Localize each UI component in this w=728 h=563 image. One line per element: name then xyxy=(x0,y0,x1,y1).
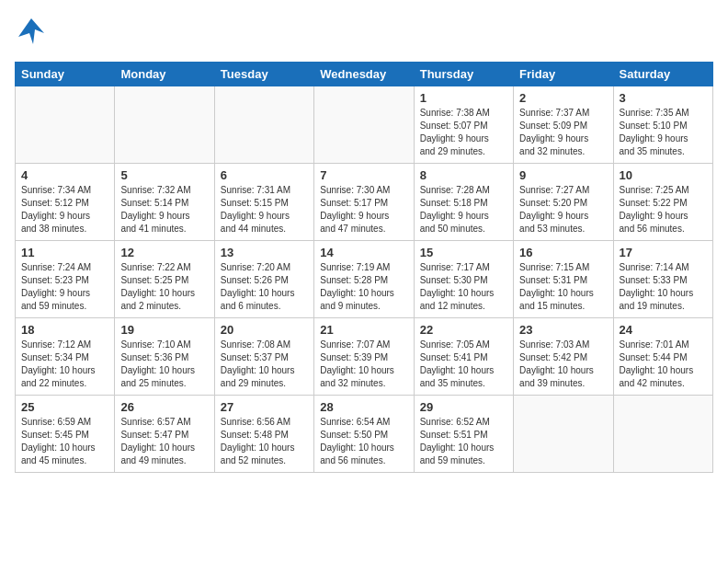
calendar-cell: 15Sunrise: 7:17 AM Sunset: 5:30 PM Dayli… xyxy=(414,241,513,318)
day-number: 10 xyxy=(620,168,707,182)
calendar-cell xyxy=(16,86,115,164)
calendar-cell: 9Sunrise: 7:27 AM Sunset: 5:20 PM Daylig… xyxy=(514,164,613,241)
day-info: Sunrise: 7:15 AM Sunset: 5:31 PM Dayligh… xyxy=(519,261,607,313)
weekday-header-wednesday: Wednesday xyxy=(314,63,414,86)
calendar-table: SundayMondayTuesdayWednesdayThursdayFrid… xyxy=(15,62,713,473)
calendar-cell: 28Sunrise: 6:54 AM Sunset: 5:50 PM Dayli… xyxy=(314,396,414,473)
day-number: 8 xyxy=(420,168,507,182)
calendar-week-row: 4Sunrise: 7:34 AM Sunset: 5:12 PM Daylig… xyxy=(16,164,713,241)
calendar-week-row: 1Sunrise: 7:38 AM Sunset: 5:07 PM Daylig… xyxy=(16,86,713,164)
calendar-cell: 2Sunrise: 7:37 AM Sunset: 5:09 PM Daylig… xyxy=(514,86,613,164)
calendar-cell: 26Sunrise: 6:57 AM Sunset: 5:47 PM Dayli… xyxy=(115,396,214,473)
calendar-cell xyxy=(314,86,414,164)
day-info: Sunrise: 7:05 AM Sunset: 5:41 PM Dayligh… xyxy=(420,339,507,390)
calendar-cell xyxy=(613,396,712,473)
day-info: Sunrise: 7:08 AM Sunset: 5:37 PM Dayligh… xyxy=(221,339,308,390)
day-info: Sunrise: 7:27 AM Sunset: 5:20 PM Dayligh… xyxy=(519,184,607,236)
calendar-cell xyxy=(514,396,613,473)
day-number: 7 xyxy=(320,168,407,182)
calendar-cell xyxy=(214,86,313,164)
weekday-header-thursday: Thursday xyxy=(414,63,513,86)
calendar-cell: 12Sunrise: 7:22 AM Sunset: 5:25 PM Dayli… xyxy=(115,241,214,318)
day-info: Sunrise: 7:17 AM Sunset: 5:30 PM Dayligh… xyxy=(420,261,507,313)
calendar-cell: 14Sunrise: 7:19 AM Sunset: 5:28 PM Dayli… xyxy=(314,241,414,318)
day-info: Sunrise: 7:03 AM Sunset: 5:42 PM Dayligh… xyxy=(519,339,607,390)
calendar-cell xyxy=(115,86,214,164)
day-number: 11 xyxy=(21,246,108,259)
logo xyxy=(15,15,50,52)
day-info: Sunrise: 7:22 AM Sunset: 5:25 PM Dayligh… xyxy=(120,261,208,313)
calendar-cell: 1Sunrise: 7:38 AM Sunset: 5:07 PM Daylig… xyxy=(414,86,513,164)
day-info: Sunrise: 6:57 AM Sunset: 5:47 PM Dayligh… xyxy=(120,416,208,467)
day-info: Sunrise: 7:25 AM Sunset: 5:22 PM Dayligh… xyxy=(620,184,707,236)
weekday-header-tuesday: Tuesday xyxy=(214,63,313,86)
day-info: Sunrise: 7:24 AM Sunset: 5:23 PM Dayligh… xyxy=(21,261,108,313)
calendar-cell: 10Sunrise: 7:25 AM Sunset: 5:22 PM Dayli… xyxy=(613,164,712,241)
day-info: Sunrise: 7:35 AM Sunset: 5:10 PM Dayligh… xyxy=(620,107,707,158)
day-number: 1 xyxy=(420,91,507,105)
calendar-cell: 6Sunrise: 7:31 AM Sunset: 5:15 PM Daylig… xyxy=(214,164,313,241)
day-info: Sunrise: 7:38 AM Sunset: 5:07 PM Dayligh… xyxy=(420,107,507,158)
logo-bird-icon xyxy=(15,15,48,52)
day-number: 23 xyxy=(519,323,607,337)
day-number: 25 xyxy=(21,400,108,414)
calendar-cell: 27Sunrise: 6:56 AM Sunset: 5:48 PM Dayli… xyxy=(214,396,313,473)
calendar-cell: 21Sunrise: 7:07 AM Sunset: 5:39 PM Dayli… xyxy=(314,318,414,396)
day-number: 13 xyxy=(221,246,308,259)
day-info: Sunrise: 7:28 AM Sunset: 5:18 PM Dayligh… xyxy=(420,184,507,236)
day-number: 16 xyxy=(519,246,607,259)
calendar-header-row: SundayMondayTuesdayWednesdayThursdayFrid… xyxy=(16,63,713,86)
weekday-header-saturday: Saturday xyxy=(613,63,712,86)
calendar-cell: 23Sunrise: 7:03 AM Sunset: 5:42 PM Dayli… xyxy=(514,318,613,396)
day-info: Sunrise: 6:52 AM Sunset: 5:51 PM Dayligh… xyxy=(420,416,507,467)
day-number: 4 xyxy=(21,168,108,182)
day-number: 20 xyxy=(221,323,308,337)
day-number: 6 xyxy=(221,168,308,182)
calendar-cell: 25Sunrise: 6:59 AM Sunset: 5:45 PM Dayli… xyxy=(16,396,115,473)
calendar-week-row: 25Sunrise: 6:59 AM Sunset: 5:45 PM Dayli… xyxy=(16,396,713,473)
day-number: 2 xyxy=(519,91,607,105)
day-info: Sunrise: 7:20 AM Sunset: 5:26 PM Dayligh… xyxy=(221,261,308,313)
day-number: 3 xyxy=(620,91,707,105)
day-number: 14 xyxy=(320,246,407,259)
calendar-cell: 5Sunrise: 7:32 AM Sunset: 5:14 PM Daylig… xyxy=(115,164,214,241)
day-info: Sunrise: 6:59 AM Sunset: 5:45 PM Dayligh… xyxy=(21,416,108,467)
day-info: Sunrise: 7:14 AM Sunset: 5:33 PM Dayligh… xyxy=(620,261,707,313)
calendar-cell: 17Sunrise: 7:14 AM Sunset: 5:33 PM Dayli… xyxy=(613,241,712,318)
day-info: Sunrise: 7:34 AM Sunset: 5:12 PM Dayligh… xyxy=(21,184,108,236)
day-number: 29 xyxy=(420,400,507,414)
calendar-cell: 8Sunrise: 7:28 AM Sunset: 5:18 PM Daylig… xyxy=(414,164,513,241)
day-info: Sunrise: 6:56 AM Sunset: 5:48 PM Dayligh… xyxy=(221,416,308,467)
day-info: Sunrise: 6:54 AM Sunset: 5:50 PM Dayligh… xyxy=(320,416,407,467)
day-number: 12 xyxy=(120,246,208,259)
day-info: Sunrise: 7:37 AM Sunset: 5:09 PM Dayligh… xyxy=(519,107,607,158)
day-info: Sunrise: 7:01 AM Sunset: 5:44 PM Dayligh… xyxy=(620,339,707,390)
day-info: Sunrise: 7:19 AM Sunset: 5:28 PM Dayligh… xyxy=(320,261,407,313)
calendar-cell: 29Sunrise: 6:52 AM Sunset: 5:51 PM Dayli… xyxy=(414,396,513,473)
day-info: Sunrise: 7:30 AM Sunset: 5:17 PM Dayligh… xyxy=(320,184,407,236)
day-number: 24 xyxy=(620,323,707,337)
day-info: Sunrise: 7:31 AM Sunset: 5:15 PM Dayligh… xyxy=(221,184,308,236)
day-info: Sunrise: 7:12 AM Sunset: 5:34 PM Dayligh… xyxy=(21,339,108,390)
day-number: 18 xyxy=(21,323,108,337)
day-number: 27 xyxy=(221,400,308,414)
weekday-header-sunday: Sunday xyxy=(16,63,115,86)
calendar-cell: 19Sunrise: 7:10 AM Sunset: 5:36 PM Dayli… xyxy=(115,318,214,396)
calendar-cell: 13Sunrise: 7:20 AM Sunset: 5:26 PM Dayli… xyxy=(214,241,313,318)
page-header xyxy=(15,15,713,52)
calendar-cell: 11Sunrise: 7:24 AM Sunset: 5:23 PM Dayli… xyxy=(16,241,115,318)
calendar-cell: 18Sunrise: 7:12 AM Sunset: 5:34 PM Dayli… xyxy=(16,318,115,396)
calendar-cell: 20Sunrise: 7:08 AM Sunset: 5:37 PM Dayli… xyxy=(214,318,313,396)
day-number: 9 xyxy=(519,168,607,182)
calendar-cell: 24Sunrise: 7:01 AM Sunset: 5:44 PM Dayli… xyxy=(613,318,712,396)
svg-marker-0 xyxy=(18,18,44,44)
day-number: 5 xyxy=(120,168,208,182)
day-number: 17 xyxy=(620,246,707,259)
day-number: 26 xyxy=(120,400,208,414)
day-number: 21 xyxy=(320,323,407,337)
calendar-week-row: 18Sunrise: 7:12 AM Sunset: 5:34 PM Dayli… xyxy=(16,318,713,396)
day-info: Sunrise: 7:10 AM Sunset: 5:36 PM Dayligh… xyxy=(120,339,208,390)
calendar-cell: 3Sunrise: 7:35 AM Sunset: 5:10 PM Daylig… xyxy=(613,86,712,164)
day-info: Sunrise: 7:32 AM Sunset: 5:14 PM Dayligh… xyxy=(120,184,208,236)
weekday-header-friday: Friday xyxy=(514,63,613,86)
